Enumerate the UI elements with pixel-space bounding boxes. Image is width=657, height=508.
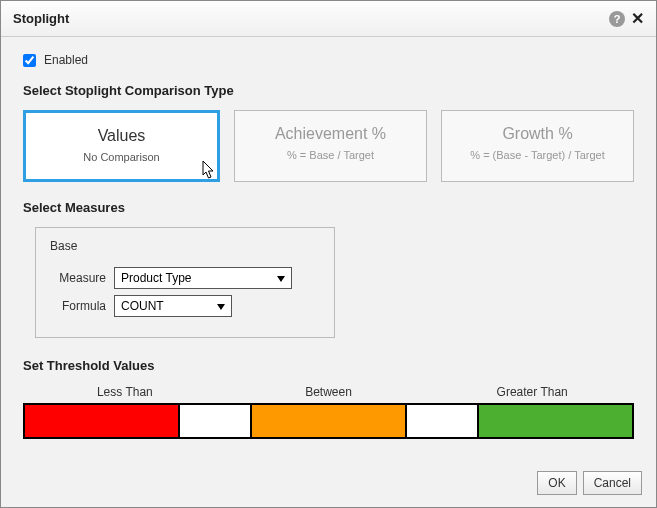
type-subtitle: % = (Base - Target) / Target [450,149,625,161]
measures-box: Base Measure Product Type Formula COUNT [35,227,335,338]
measure-label: Measure [50,271,106,285]
threshold-label-less: Less Than [23,385,227,399]
threshold-input-low[interactable] [180,403,252,439]
type-card-achievement[interactable]: Achievement % % = Base / Target [234,110,427,182]
section-header-threshold: Set Threshold Values [23,358,634,373]
dialog-footer: OK Cancel [537,471,642,495]
type-subtitle: % = Base / Target [243,149,418,161]
type-title: Achievement % [243,125,418,143]
formula-select[interactable]: COUNT [114,295,232,317]
formula-value: COUNT [121,299,164,313]
type-title: Growth % [450,125,625,143]
threshold-swatch-high[interactable] [479,403,634,439]
stoplight-dialog: Stoplight ? ✕ Enabled Select Stoplight C… [0,0,657,508]
type-card-growth[interactable]: Growth % % = (Base - Target) / Target [441,110,634,182]
measures-legend: Base [46,239,81,253]
type-card-values[interactable]: Values No Comparison [23,110,220,182]
threshold-input-high[interactable] [407,403,479,439]
measure-row-formula: Formula COUNT [50,295,320,317]
section-header-measures: Select Measures [23,200,634,215]
threshold-labels: Less Than Between Greater Than [23,385,634,399]
threshold-swatch-mid[interactable] [252,403,407,439]
ok-button[interactable]: OK [537,471,576,495]
threshold-label-greater: Greater Than [430,385,634,399]
enabled-row: Enabled [23,53,634,67]
enabled-label: Enabled [44,53,88,67]
measure-select[interactable]: Product Type [114,267,292,289]
help-icon[interactable]: ? [609,11,625,27]
measure-value: Product Type [121,271,192,285]
formula-label: Formula [50,299,106,313]
titlebar: Stoplight ? ✕ [1,1,656,37]
close-icon[interactable]: ✕ [631,11,644,27]
threshold-label-between: Between [227,385,431,399]
enabled-checkbox[interactable] [23,54,36,67]
type-title: Values [34,127,209,145]
cancel-button[interactable]: Cancel [583,471,642,495]
comparison-type-row: Values No Comparison Achievement % % = B… [23,110,634,182]
dialog-title: Stoplight [13,11,609,26]
measure-row-measure: Measure Product Type [50,267,320,289]
section-header-type: Select Stoplight Comparison Type [23,83,634,98]
threshold-row [23,403,634,439]
threshold-swatch-low[interactable] [23,403,180,439]
type-subtitle: No Comparison [34,151,209,163]
titlebar-actions: ? ✕ [609,11,644,27]
